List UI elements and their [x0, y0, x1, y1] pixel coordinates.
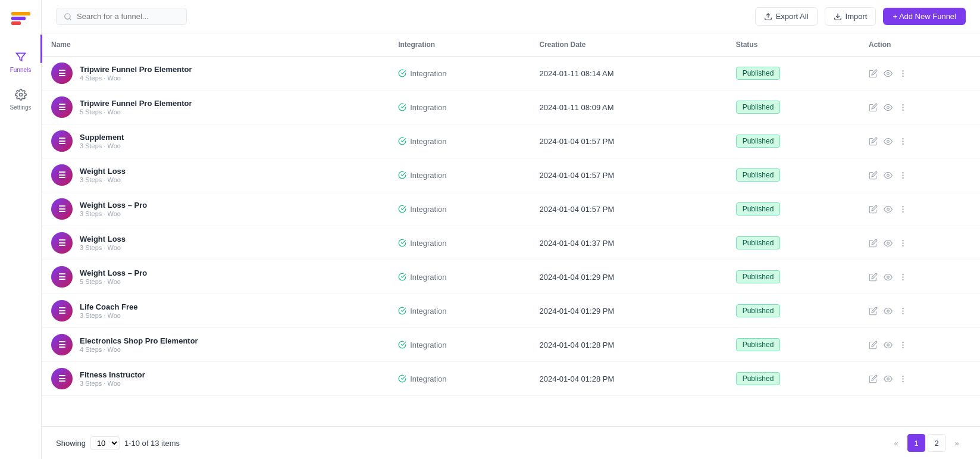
- edit-icon-2[interactable]: [869, 137, 878, 146]
- edit-icon-6[interactable]: [869, 273, 878, 282]
- funnel-avatar-8: ☰: [51, 334, 73, 355]
- table-row: ☰ Weight Loss – Pro 5 Steps · Woo Integr…: [42, 260, 980, 294]
- view-icon-2[interactable]: [884, 137, 893, 146]
- svg-point-33: [903, 276, 903, 277]
- add-new-funnel-button[interactable]: + Add New Funnel: [883, 8, 966, 25]
- header-actions: Export All Import + Add New Funnel: [755, 7, 966, 26]
- cell-name-7: ☰ Life Coach Free 3 Steps · Woo: [42, 294, 389, 328]
- view-icon-6[interactable]: [884, 273, 893, 282]
- page-2-button[interactable]: 2: [928, 434, 945, 452]
- gear-icon: [14, 88, 28, 102]
- sidebar-item-funnels[interactable]: Funnels: [0, 45, 41, 78]
- status-badge-7: Published: [736, 304, 781, 317]
- last-page-button[interactable]: »: [948, 434, 966, 452]
- more-icon-9[interactable]: [898, 374, 907, 383]
- cell-integration-3: Integration: [389, 158, 530, 192]
- import-icon: [834, 13, 842, 21]
- pagination: « 1 2 »: [887, 434, 966, 452]
- page-1-button[interactable]: 1: [907, 434, 925, 452]
- sidebar-settings-label: Settings: [10, 104, 31, 111]
- cell-date-9: 2024-01-04 01:28 PM: [530, 362, 727, 396]
- search-wrapper[interactable]: [56, 8, 187, 25]
- svg-point-32: [903, 274, 903, 274]
- integration-check-icon: [398, 137, 406, 145]
- cell-date-6: 2024-01-04 01:29 PM: [530, 260, 727, 294]
- funnel-name-3: Weight Loss: [80, 167, 126, 176]
- svg-point-26: [903, 211, 903, 212]
- cell-action-6: [859, 260, 980, 294]
- svg-point-3: [19, 93, 22, 96]
- more-icon-3[interactable]: [898, 171, 907, 180]
- funnel-meta-7: 3 Steps · Woo: [80, 312, 138, 319]
- svg-point-12: [903, 104, 903, 105]
- view-icon-7[interactable]: [884, 307, 893, 316]
- view-icon-8[interactable]: [884, 341, 893, 349]
- view-icon-1[interactable]: [884, 103, 893, 112]
- cell-status-6: Published: [727, 260, 859, 294]
- cell-name-2: ☰ Supplement 3 Steps · Woo: [42, 124, 389, 158]
- status-badge-2: Published: [736, 135, 781, 148]
- svg-point-42: [903, 347, 903, 348]
- add-new-label: + Add New Funnel: [893, 12, 956, 21]
- import-label: Import: [846, 12, 868, 21]
- cell-name-3: ☰ Weight Loss 3 Steps · Woo: [42, 158, 389, 192]
- cell-date-0: 2024-01-11 08:14 AM: [530, 57, 727, 90]
- more-icon-4[interactable]: [898, 205, 907, 214]
- view-icon-4[interactable]: [884, 205, 893, 214]
- search-input[interactable]: [77, 12, 179, 21]
- funnel-avatar-3: ☰: [51, 164, 73, 186]
- funnels-table-container: Name Integration Creation Date Status Ac…: [42, 33, 980, 426]
- edit-icon-1[interactable]: [869, 103, 878, 112]
- edit-icon-3[interactable]: [869, 171, 878, 180]
- import-button[interactable]: Import: [825, 7, 876, 26]
- funnel-name-8: Electronics Shop Pro Elementor: [80, 336, 198, 345]
- funnels-table: Name Integration Creation Date Status Ac…: [42, 33, 980, 396]
- edit-icon-4[interactable]: [869, 205, 878, 214]
- svg-point-38: [903, 313, 903, 314]
- edit-icon-7[interactable]: [869, 307, 878, 316]
- cell-date-4: 2024-01-04 01:57 PM: [530, 192, 727, 226]
- svg-point-19: [887, 174, 890, 176]
- more-icon-5[interactable]: [898, 239, 907, 248]
- edit-icon-0[interactable]: [869, 69, 878, 78]
- svg-point-28: [903, 240, 903, 241]
- more-icon-8[interactable]: [898, 341, 907, 349]
- funnel-meta-4: 3 Steps · Woo: [80, 210, 147, 217]
- cell-status-3: Published: [727, 158, 859, 192]
- view-icon-0[interactable]: [884, 69, 893, 78]
- export-button[interactable]: Export All: [755, 7, 818, 26]
- integration-check-icon: [398, 374, 406, 383]
- more-icon-0[interactable]: [898, 69, 907, 78]
- table-row: ☰ Tripwire Funnel Pro Elementor 5 Steps …: [42, 90, 980, 124]
- more-icon-1[interactable]: [898, 103, 907, 112]
- more-icon-2[interactable]: [898, 137, 907, 146]
- view-icon-3[interactable]: [884, 171, 893, 180]
- col-creation-date: Creation Date: [530, 33, 727, 57]
- funnel-avatar-4: ☰: [51, 198, 73, 220]
- edit-icon-8[interactable]: [869, 341, 878, 349]
- cell-name-6: ☰ Weight Loss – Pro 5 Steps · Woo: [42, 260, 389, 294]
- funnel-name-1: Tripwire Funnel Pro Elementor: [80, 99, 192, 108]
- edit-icon-5[interactable]: [869, 239, 878, 248]
- svg-point-4: [65, 13, 70, 18]
- col-name: Name: [42, 33, 389, 57]
- sidebar-item-settings[interactable]: Settings: [0, 83, 41, 115]
- svg-point-18: [903, 143, 903, 144]
- cell-action-4: [859, 192, 980, 226]
- funnel-meta-0: 4 Steps · Woo: [80, 74, 192, 82]
- integration-check-icon: [398, 239, 406, 247]
- per-page-select[interactable]: 10 25 50: [90, 436, 120, 450]
- first-page-button[interactable]: «: [887, 434, 905, 452]
- funnel-avatar-9: ☰: [51, 368, 73, 389]
- table-row: ☰ Weight Loss 3 Steps · Woo Integration …: [42, 158, 980, 192]
- svg-point-43: [887, 377, 890, 380]
- svg-point-35: [887, 310, 890, 312]
- view-icon-9[interactable]: [884, 374, 893, 383]
- svg-point-7: [887, 72, 890, 74]
- svg-point-21: [903, 174, 903, 175]
- edit-icon-9[interactable]: [869, 374, 878, 383]
- funnel-meta-9: 3 Steps · Woo: [80, 380, 145, 387]
- view-icon-5[interactable]: [884, 239, 893, 248]
- more-icon-7[interactable]: [898, 307, 907, 316]
- more-icon-6[interactable]: [898, 273, 907, 282]
